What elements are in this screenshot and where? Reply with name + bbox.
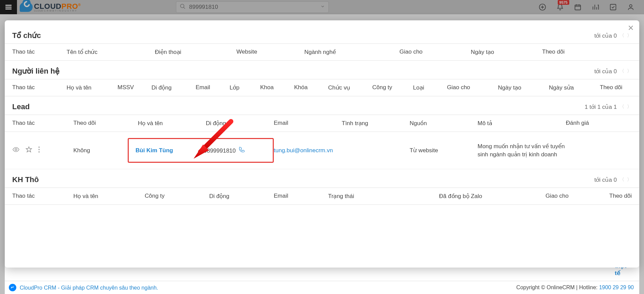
- star-icon[interactable]: [25, 146, 33, 155]
- col: Ngày sửa: [549, 84, 600, 91]
- cell-mota: Mong muốn nhận tư vấn về tuyển sinh ngàn…: [478, 142, 566, 159]
- col: Lớp: [230, 84, 260, 91]
- col: Tên tổ chức: [67, 48, 155, 56]
- lead-name-link[interactable]: Bùi Kim Tùng: [136, 147, 173, 154]
- hotline-label: Hotline:: [579, 285, 599, 290]
- col: Theo dõi: [609, 193, 632, 200]
- col: Tình trạng: [342, 120, 410, 127]
- table-head-contact: Thao tác Họ và tên MSSV Di động Email Lớ…: [5, 79, 639, 96]
- col: Nguồn: [410, 120, 478, 127]
- col: Đã đồng bộ Zalo: [416, 193, 505, 200]
- col: Theo dõi: [542, 48, 632, 56]
- chevron-left-icon[interactable]: 〈: [620, 177, 624, 183]
- highlight-container: Bùi Kim Tùng 0899991810: [128, 138, 274, 163]
- phone-cell: 0899991810: [203, 146, 245, 154]
- col: Công ty: [372, 84, 413, 91]
- cell-theodoi: Không: [73, 147, 128, 154]
- table-head-lead: Thao tác Theo dõi Họ và tên Di động Emai…: [5, 115, 639, 132]
- col: MSSV: [118, 84, 151, 91]
- title-tochuc: Tổ chức: [12, 31, 41, 40]
- col: Thao tác: [12, 193, 73, 200]
- pager-contact: tới của 0 〈 〉: [594, 68, 632, 75]
- messenger-icon[interactable]: [9, 284, 16, 291]
- more-icon[interactable]: [38, 146, 40, 155]
- col: Website: [236, 48, 304, 56]
- section-head-lead: Lead 1 tới 1 của 1 〈 〉: [5, 96, 639, 115]
- copyright: Copyright © OnlineCRM: [516, 285, 575, 290]
- col: Di động: [151, 84, 196, 91]
- col: Trạng thái: [328, 193, 416, 200]
- col: Ngành nghề: [304, 48, 399, 56]
- col: Khóa: [294, 84, 328, 91]
- chevron-left-icon[interactable]: 〈: [620, 68, 624, 74]
- cell-phone: 0899991810: [203, 148, 236, 154]
- col: Mô tả: [478, 120, 566, 127]
- col: Email: [196, 84, 230, 91]
- col: Thao tác: [12, 120, 73, 127]
- chevron-left-icon[interactable]: 〈: [620, 33, 624, 39]
- svg-point-6: [15, 149, 17, 151]
- chevron-right-icon[interactable]: 〉: [627, 68, 632, 74]
- footer-slogan[interactable]: CloudPro CRM - Giải pháp CRM chuyên sâu …: [20, 285, 158, 291]
- col: Di động: [209, 193, 274, 200]
- col: Họ và tên: [138, 120, 206, 127]
- col: Chức vụ: [328, 84, 372, 91]
- col: Họ và tên: [67, 84, 118, 91]
- section-head-khtho: KH Thô tới của 0 〈 〉: [5, 169, 639, 188]
- col: Di động: [206, 120, 274, 127]
- chevron-left-icon[interactable]: 〈: [620, 104, 624, 110]
- footer-left: CloudPro CRM - Giải pháp CRM chuyên sâu …: [9, 284, 158, 291]
- col: Giao cho: [399, 48, 471, 56]
- col: Ngày tạo: [471, 48, 542, 56]
- svg-point-9: [38, 151, 40, 153]
- svg-point-7: [38, 146, 40, 148]
- table-head-khtho: Thao tác Họ và tên Công ty Di động Email…: [5, 188, 639, 205]
- col: Công ty: [145, 193, 209, 200]
- section-head-contact: Người liên hệ tới của 0 〈 〉: [5, 61, 639, 79]
- col: Email: [274, 193, 328, 200]
- hotline-number[interactable]: 1900 29 29 90: [599, 285, 634, 290]
- row-actions: [12, 146, 73, 155]
- footer: CloudPro CRM - Giải pháp CRM chuyên sâu …: [5, 281, 639, 294]
- pager-lead: 1 tới 1 của 1 〈 〉: [585, 103, 632, 111]
- phone-icon[interactable]: [239, 148, 245, 154]
- col: Khoa: [260, 84, 294, 91]
- chevron-right-icon[interactable]: 〉: [627, 104, 632, 110]
- title-khtho: KH Thô: [12, 175, 39, 184]
- chevron-right-icon[interactable]: 〉: [627, 33, 632, 39]
- eye-icon[interactable]: [12, 146, 20, 155]
- col: Đánh giá: [566, 120, 632, 127]
- col: Theo dõi: [73, 120, 138, 127]
- footer-right: Copyright © OnlineCRM | Hotline: 1900 29…: [516, 285, 634, 291]
- highlight-box: Bùi Kim Tùng 0899991810: [128, 138, 274, 163]
- col: Thao tác: [12, 84, 67, 91]
- col: Loại: [413, 84, 447, 91]
- pager-tochuc: tới của 0 〈 〉: [594, 32, 632, 39]
- lead-row[interactable]: Không Bùi Kim Tùng 0899991810 tung.bui@o…: [5, 132, 639, 169]
- col: Giao cho: [505, 193, 609, 200]
- svg-point-8: [38, 149, 40, 150]
- pager-khtho: tới của 0 〈 〉: [594, 176, 632, 183]
- cell-nguon: Từ website: [410, 147, 478, 154]
- table-head-tochuc: Thao tác Tên tổ chức Điện thoại Website …: [5, 43, 639, 61]
- col: Email: [274, 120, 342, 127]
- col: Ngày tạo: [498, 84, 549, 91]
- search-results-modal: ✕ Tổ chức tới của 0 〈 〉 Thao tác Tên tổ …: [5, 20, 639, 268]
- close-icon[interactable]: ✕: [628, 24, 634, 33]
- title-contact: Người liên hệ: [12, 67, 60, 76]
- cell-email[interactable]: tung.bui@onlinecrm.vn: [274, 147, 342, 154]
- col: Điện thoại: [155, 48, 236, 56]
- col: Họ và tên: [73, 193, 145, 200]
- chevron-right-icon[interactable]: 〉: [627, 177, 632, 183]
- title-lead: Lead: [12, 102, 30, 111]
- col: Thao tác: [12, 48, 67, 56]
- section-head-tochuc: Tổ chức tới của 0 〈 〉: [5, 20, 639, 43]
- col: Giao cho: [447, 84, 498, 91]
- col: Theo dõi: [600, 84, 632, 91]
